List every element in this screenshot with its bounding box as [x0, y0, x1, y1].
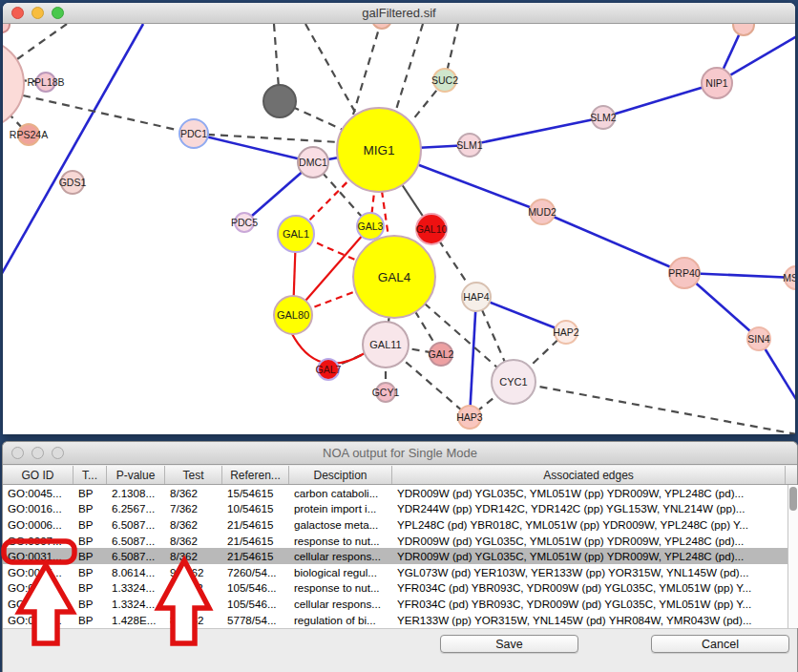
- close-button[interactable]: [11, 447, 24, 459]
- network-node-gal4[interactable]: GAL4: [352, 235, 436, 319]
- network-node-mud2[interactable]: MUD2: [529, 199, 556, 225]
- network-edge[interactable]: [17, 24, 67, 59]
- network-node-cyc1[interactable]: CYC1: [491, 359, 536, 405]
- table-cell: GO:0006...: [3, 518, 74, 531]
- network-window: galFiltered.sif RPL18BRPS24AGDS1PDC1DMC1…: [3, 3, 795, 434]
- network-node-pdc1[interactable]: PDC1: [178, 118, 209, 149]
- table-row[interactable]: GO:0031...BP1.3324...11/362105/546...res…: [3, 580, 788, 597]
- noa-window-title: NOA output for Single Mode: [323, 446, 477, 460]
- network-edge[interactable]: [3, 24, 143, 277]
- table-cell: 21/54615: [222, 535, 289, 547]
- column-header-test[interactable]: Test: [165, 466, 222, 484]
- column-header-desciption[interactable]: Desciption: [289, 466, 392, 484]
- column-header-t-[interactable]: T...: [74, 466, 107, 484]
- table-cell: 6.5087...: [107, 550, 165, 562]
- network-node-gal1[interactable]: GAL1: [277, 215, 315, 253]
- network-edge[interactable]: [470, 117, 603, 145]
- save-button[interactable]: Save: [440, 635, 578, 653]
- network-node-prp40[interactable]: PRP40: [668, 257, 701, 289]
- network-node-slm2[interactable]: SLM2: [591, 105, 616, 130]
- table-header-row: GO IDT...P-valueTestReferen...Desciption…: [3, 466, 797, 485]
- table-cell: 1.3324...: [107, 598, 165, 610]
- network-node-slm1[interactable]: SLM1: [457, 133, 482, 158]
- network-edge[interactable]: [603, 83, 717, 117]
- node-label: DMC1: [299, 157, 327, 168]
- network-window-titlebar[interactable]: galFiltered.sif: [3, 3, 795, 24]
- network-node-hap3[interactable]: HAP3: [457, 405, 482, 430]
- column-header-go-id[interactable]: GO ID: [3, 466, 74, 484]
- network-edge[interactable]: [542, 212, 684, 273]
- scrollbar-thumb[interactable]: [789, 487, 797, 511]
- network-node-rps24a[interactable]: RPS24A: [17, 123, 40, 146]
- network-node-dmc1[interactable]: DMC1: [297, 146, 329, 178]
- network-node-mig1[interactable]: MIG1: [336, 107, 422, 193]
- table-cell: 5778/54...: [222, 614, 289, 626]
- network-node-hap4[interactable]: HAP4: [461, 282, 492, 312]
- network-edges: [3, 24, 795, 434]
- network-edge[interactable]: [395, 24, 423, 113]
- cancel-button[interactable]: Cancel: [651, 635, 789, 653]
- table-cell: protein import i...: [289, 502, 392, 514]
- node-label: SIN4: [747, 333, 769, 345]
- network-node-gal10[interactable]: GAL10: [415, 213, 448, 245]
- network-node-gal11[interactable]: GAL11: [362, 321, 410, 368]
- minimize-button[interactable]: [32, 447, 44, 459]
- node-label: SLM2: [590, 112, 616, 123]
- table-row[interactable]: GO:0006...BP6.5087...8/36221/54615galact…: [3, 516, 788, 533]
- network-edge[interactable]: [305, 24, 361, 122]
- network-node-sin4[interactable]: SIN4: [746, 326, 771, 351]
- node-label: NIP1: [705, 77, 727, 89]
- network-node-gal2[interactable]: GAL2: [429, 342, 453, 367]
- network-node-gal80[interactable]: GAL80: [273, 295, 313, 335]
- table-cell: 7/362: [165, 502, 222, 514]
- node-label: PDC5: [231, 217, 258, 228]
- column-header-associated-edges[interactable]: Associated edges: [392, 466, 786, 484]
- table-cell: BP: [74, 502, 107, 514]
- network-node-gds1[interactable]: GDS1: [60, 170, 85, 195]
- network-node-unlabeled-gray[interactable]: [262, 84, 297, 118]
- network-edge[interactable]: [23, 95, 194, 134]
- minimize-button[interactable]: [32, 7, 44, 19]
- table-cell: response to nut...: [289, 535, 392, 547]
- table-scrollbar[interactable]: [788, 485, 798, 628]
- table-row[interactable]: GO:0007...BP6.5087...8/36221/54615respon…: [3, 533, 788, 549]
- network-node-pdc5[interactable]: PDC5: [234, 212, 255, 233]
- network-node-rpl18b[interactable]: RPL18B: [35, 72, 56, 93]
- network-edge[interactable]: [514, 382, 795, 434]
- node-label: HAP4: [463, 291, 489, 303]
- table-cell: 11/362: [165, 581, 222, 594]
- node-label: GAL1: [283, 228, 309, 240]
- table-cell: 21/54615: [222, 518, 289, 531]
- table-row[interactable]: GO:0050...BP1.428E...80/3625778/54...reg…: [3, 612, 788, 628]
- table-cell: BP: [74, 566, 107, 578]
- network-node-suc2[interactable]: SUC2: [432, 68, 457, 93]
- table-cell: cellular respons...: [289, 598, 392, 610]
- table-cell: BP: [74, 535, 107, 547]
- node-label: HAP3: [456, 411, 482, 423]
- network-canvas[interactable]: RPL18BRPS24AGDS1PDC1DMC1SUC2SLM1SLM2NIP1…: [3, 24, 795, 434]
- network-edge[interactable]: [470, 297, 476, 417]
- network-node-nip1[interactable]: NIP1: [701, 67, 733, 99]
- network-node-gal7[interactable]: GAL7: [317, 358, 340, 381]
- table-row[interactable]: GO:0031...BP6.5087...8/36221/54615cellul…: [3, 548, 788, 564]
- table-row[interactable]: GO:0045...BP2.1308...8/36215/54615carbon…: [3, 485, 788, 501]
- close-button[interactable]: [11, 7, 24, 19]
- table-cell: 8/362: [165, 535, 222, 547]
- zoom-button[interactable]: [52, 447, 64, 459]
- table-cell: regulation of bi...: [289, 614, 392, 626]
- table-row[interactable]: GO:0031...BP1.3324...11/362105/546...cel…: [3, 596, 788, 612]
- column-header-referen-[interactable]: Referen...: [222, 466, 289, 484]
- table-row[interactable]: GO:0016...BP6.2567...7/36210/54615protei…: [3, 501, 788, 517]
- column-header-spacer: [786, 466, 797, 484]
- noa-window-titlebar[interactable]: NOA output for Single Mode: [3, 442, 797, 465]
- table-row[interactable]: GO:0065...BP8.0614...94/3627260/54...bio…: [3, 564, 788, 580]
- column-header-p-value[interactable]: P-value: [107, 466, 165, 484]
- network-edge[interactable]: [353, 24, 382, 115]
- network-node-hap2[interactable]: HAP2: [554, 320, 578, 345]
- network-edge[interactable]: [684, 273, 795, 278]
- node-label: MUD2: [528, 206, 556, 218]
- node-label: GCY1: [372, 387, 400, 398]
- zoom-button[interactable]: [52, 7, 64, 19]
- network-node-gcy1[interactable]: GCY1: [375, 382, 396, 403]
- node-label: PDC1: [180, 128, 207, 139]
